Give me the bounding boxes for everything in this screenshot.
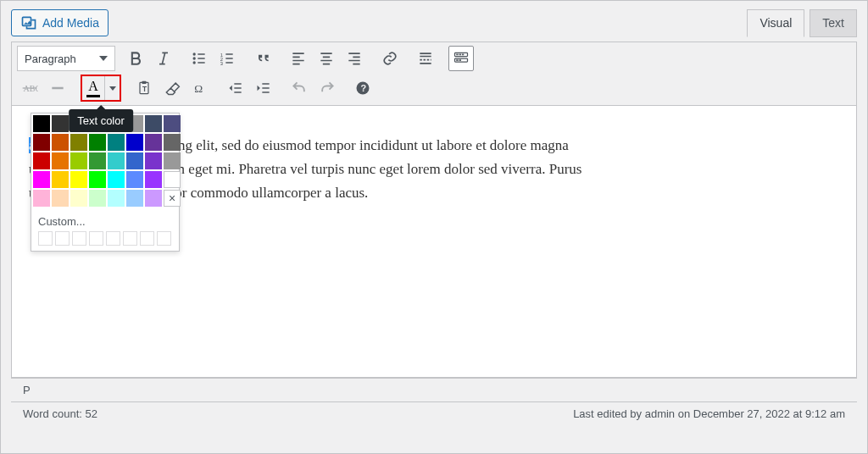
no-color-swatch[interactable]: × [164,190,181,207]
help-button[interactable]: ? [350,75,376,101]
color-swatch[interactable] [164,171,181,188]
svg-text:3: 3 [220,61,223,66]
color-swatch[interactable] [126,152,143,169]
color-swatch[interactable] [33,152,50,169]
custom-swatch-empty[interactable] [157,231,171,246]
undo-button[interactable] [287,75,312,101]
color-swatch[interactable] [164,115,181,132]
custom-swatch-empty[interactable] [123,231,137,246]
color-swatch[interactable] [70,190,87,207]
svg-text:ABC: ABC [24,84,39,93]
kitchen-sink-icon [453,50,470,67]
color-swatch[interactable] [89,190,106,207]
bulleted-list-button[interactable] [186,46,212,71]
color-swatch[interactable] [70,152,87,169]
text-color-popup: × Custom... [31,113,180,252]
align-right-button[interactable] [342,46,367,71]
omega-icon: Ω [192,80,209,97]
svg-rect-9 [459,54,462,56]
read-more-button[interactable] [413,46,438,71]
color-swatch[interactable] [52,190,69,207]
align-right-icon [346,50,363,67]
align-left-icon [290,50,307,67]
color-swatch[interactable] [52,171,69,188]
outdent-icon [227,80,244,97]
custom-swatch-empty[interactable] [89,231,103,246]
caret-down-icon [109,86,116,91]
custom-swatch-empty[interactable] [72,231,86,246]
text-color-tooltip: Text color [69,109,133,132]
color-swatch[interactable] [145,115,162,132]
color-swatch[interactable] [33,134,50,151]
color-swatch[interactable] [108,134,125,151]
custom-swatches [31,231,179,246]
color-swatch[interactable] [145,171,162,188]
tab-visual[interactable]: Visual [747,9,804,37]
paste-text-button[interactable]: T [131,75,157,101]
color-swatch[interactable] [33,171,50,188]
text-color-letter: A [88,80,98,93]
quote-icon [254,50,271,67]
color-swatch[interactable] [145,152,162,169]
svg-rect-8 [456,54,459,56]
custom-swatch-empty[interactable] [106,231,120,246]
svg-text:T: T [142,85,147,93]
text-color-dropdown-button[interactable] [104,76,120,100]
color-swatch[interactable] [145,190,162,207]
color-swatch[interactable] [52,152,69,169]
editor-toolbar: Paragraph 123 [12,42,856,106]
media-icon [20,14,37,31]
link-button[interactable] [377,46,403,71]
color-swatch[interactable] [164,152,181,169]
color-swatch[interactable] [108,190,125,207]
color-swatch[interactable] [52,134,69,151]
color-swatch[interactable] [126,134,143,151]
color-swatch[interactable] [52,115,69,132]
color-swatch[interactable] [108,152,125,169]
blockquote-button[interactable] [250,46,275,71]
clipboard-t-icon: T [136,80,153,97]
editor-mode-tabs: Visual Text [742,9,857,37]
align-left-button[interactable] [286,46,311,71]
color-swatch[interactable] [33,115,50,132]
custom-color-label: Custom... [38,215,86,228]
color-swatch[interactable] [70,134,87,151]
custom-swatch-empty[interactable] [140,231,154,246]
color-swatch[interactable] [89,171,106,188]
indent-button[interactable] [251,75,276,101]
indent-icon [255,80,272,97]
custom-swatch-empty[interactable] [38,231,53,246]
color-swatch[interactable] [70,171,87,188]
color-swatch[interactable] [164,134,181,151]
strikethrough-icon: ABC [21,80,38,97]
hr-button[interactable] [45,75,70,101]
tab-text[interactable]: Text [810,9,857,37]
color-swatch[interactable] [33,190,50,207]
color-swatch[interactable] [126,190,143,207]
add-media-button[interactable]: Add Media [11,9,108,36]
special-character-button[interactable]: Ω [187,75,213,101]
text-color-button[interactable]: A [82,76,104,100]
svg-rect-16 [142,81,147,84]
color-swatch[interactable] [145,134,162,151]
color-swatch[interactable] [108,171,125,188]
italic-button[interactable] [151,46,176,71]
svg-rect-13 [459,59,462,61]
color-swatch[interactable] [126,171,143,188]
custom-color-button[interactable]: Custom... [31,210,179,231]
element-path[interactable]: P [11,378,857,401]
align-center-icon [318,50,335,67]
color-swatch[interactable] [89,134,106,151]
color-swatch[interactable] [89,152,106,169]
svg-text:Ω: Ω [194,82,203,95]
format-select[interactable]: Paragraph [17,46,115,71]
outdent-button[interactable] [223,75,248,101]
strikethrough-button[interactable]: ABC [17,75,42,101]
align-center-button[interactable] [314,46,339,71]
numbered-list-button[interactable]: 123 [214,46,240,71]
redo-button[interactable] [314,75,340,101]
toolbar-toggle-button[interactable] [448,46,474,71]
custom-swatch-empty[interactable] [55,231,70,246]
bold-button[interactable] [123,46,148,71]
clear-formatting-button[interactable] [159,75,185,101]
